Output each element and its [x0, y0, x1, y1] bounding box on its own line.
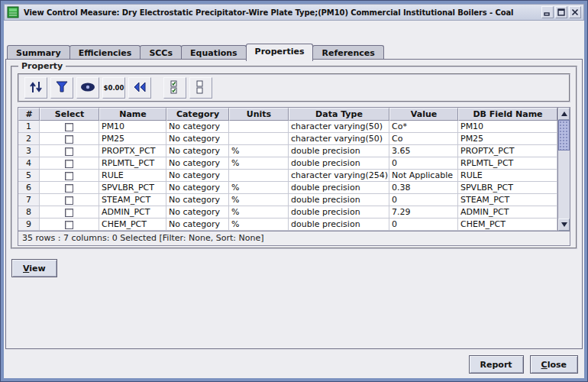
- row-checkbox[interactable]: [65, 184, 73, 193]
- column-header-name[interactable]: Name: [99, 108, 166, 121]
- table-row[interactable]: 6 SPVLBR_PCT No category % double precis…: [18, 182, 557, 194]
- iconify-button[interactable]: [541, 6, 554, 18]
- row-number-cell: 6: [18, 182, 40, 194]
- category-cell: No category: [166, 194, 229, 206]
- column-header-units[interactable]: Units: [229, 108, 289, 121]
- table-row[interactable]: 4 RPLMTL_PCT No category % double precis…: [18, 157, 557, 170]
- tab-efficiencies[interactable]: Efficiencies: [69, 45, 141, 60]
- units-cell: %: [229, 145, 289, 157]
- category-cell: No category: [166, 157, 229, 170]
- row-checkbox[interactable]: [65, 196, 73, 205]
- column-header-select[interactable]: Select: [40, 108, 99, 121]
- value-cell: 0: [389, 157, 458, 170]
- table-row[interactable]: 8 ADMIN_PCT No category % double precisi…: [18, 206, 557, 219]
- table-row[interactable]: 5 RULE No category character varying(254…: [18, 170, 557, 182]
- table-row[interactable]: 3 PROPTX_PCT No category % double precis…: [18, 145, 557, 157]
- scroll-down-button[interactable]: [558, 219, 570, 231]
- format-button[interactable]: $0.00: [102, 77, 125, 99]
- maximize-button[interactable]: [555, 6, 567, 18]
- tab-properties[interactable]: Properties: [246, 44, 314, 61]
- row-number-cell: 3: [18, 145, 40, 157]
- table-row[interactable]: 7 STEAM_PCT No category % double precisi…: [18, 194, 557, 206]
- close-button[interactable]: Close: [530, 355, 578, 374]
- row-checkbox[interactable]: [65, 147, 73, 156]
- column-header-data-type[interactable]: Data Type: [289, 108, 389, 121]
- select-cell[interactable]: [40, 157, 99, 170]
- value-cell: Co*: [389, 121, 458, 133]
- tab-summary[interactable]: Summary: [7, 45, 70, 60]
- control-measure-window: View Control Measure: Dry Electrostatic …: [0, 0, 588, 382]
- units-cell: %: [229, 182, 289, 194]
- units-cell: %: [229, 219, 289, 231]
- category-cell: No category: [166, 133, 229, 145]
- row-checkbox[interactable]: [65, 123, 73, 131]
- select-cell[interactable]: [40, 206, 99, 219]
- eye-icon: [80, 82, 95, 95]
- select-cell[interactable]: [40, 219, 99, 231]
- show-columns-button[interactable]: [76, 77, 99, 99]
- data-type-cell: double precision: [289, 194, 389, 206]
- select-cell[interactable]: [40, 121, 99, 133]
- units-cell: %: [229, 157, 289, 170]
- value-cell: Not Applicable: [389, 170, 458, 182]
- row-number-cell: 8: [18, 206, 40, 219]
- row-number-cell: 5: [18, 170, 40, 182]
- select-cell[interactable]: [40, 133, 99, 145]
- value-cell: 0: [389, 219, 458, 231]
- category-cell: No category: [166, 121, 229, 133]
- tab-bar: Summary Efficiencies SCCs Equations Prop…: [7, 44, 383, 60]
- close-window-button[interactable]: [569, 6, 581, 18]
- tab-equations[interactable]: Equations: [181, 45, 247, 60]
- value-cell: Co: [389, 133, 458, 145]
- property-group-label: Property: [18, 61, 66, 71]
- filter-button[interactable]: [50, 77, 73, 99]
- db-field-cell: PROPTX_PCT: [458, 145, 557, 157]
- view-button[interactable]: View: [11, 259, 57, 277]
- data-type-cell: character varying(50): [289, 121, 389, 133]
- name-cell: RULE: [99, 170, 166, 182]
- scrollbar-thumb[interactable]: [558, 120, 570, 151]
- tab-references[interactable]: References: [312, 45, 383, 60]
- name-cell: PROPTX_PCT: [99, 145, 166, 157]
- row-checkbox[interactable]: [65, 209, 73, 217]
- report-button[interactable]: Report: [469, 355, 524, 374]
- column-header-category[interactable]: Category: [166, 108, 229, 121]
- clear-all-button[interactable]: [189, 77, 212, 99]
- row-checkbox[interactable]: [65, 160, 73, 168]
- units-cell: %: [229, 194, 289, 206]
- row-number-cell: 7: [18, 194, 40, 206]
- window-icon: [7, 6, 19, 18]
- vertical-scrollbar[interactable]: [557, 108, 570, 231]
- db-field-cell: RPLMTL_PCT: [458, 157, 557, 170]
- select-cell[interactable]: [40, 170, 99, 182]
- select-all-icon: [170, 79, 180, 97]
- reset-button[interactable]: [128, 77, 151, 99]
- name-cell: STEAM_PCT: [99, 194, 166, 206]
- column-header-db-field-name[interactable]: DB Field Name: [458, 108, 557, 121]
- table-row[interactable]: 9 CHEM_PCT No category % double precisio…: [18, 219, 557, 231]
- column-header-value[interactable]: Value: [389, 108, 458, 121]
- scroll-up-button[interactable]: [558, 108, 570, 120]
- property-table-body: 1 PM10 No category character varying(50)…: [18, 121, 557, 231]
- category-cell: No category: [166, 170, 229, 182]
- table-row[interactable]: 1 PM10 No category character varying(50)…: [18, 121, 557, 133]
- table-row[interactable]: 2 PM25 No category character varying(50)…: [18, 133, 557, 145]
- row-checkbox[interactable]: [65, 172, 73, 180]
- select-cell[interactable]: [40, 145, 99, 157]
- name-cell: SPVLBR_PCT: [99, 182, 166, 194]
- bottom-buttons: Report Close: [469, 355, 578, 374]
- tab-sccs[interactable]: SCCs: [140, 45, 182, 60]
- row-number-cell: 2: [18, 133, 40, 145]
- select-cell[interactable]: [40, 182, 99, 194]
- units-cell: %: [229, 206, 289, 219]
- column-header-num[interactable]: #: [18, 108, 40, 121]
- row-checkbox[interactable]: [65, 221, 73, 229]
- sort-button[interactable]: [24, 77, 47, 99]
- window-title: View Control Measure: Dry Electrostatic …: [22, 8, 538, 17]
- properties-tab-content: Property: [5, 59, 583, 349]
- select-cell[interactable]: [40, 194, 99, 206]
- titlebar[interactable]: View Control Measure: Dry Electrostatic …: [4, 4, 584, 21]
- row-checkbox[interactable]: [65, 135, 73, 144]
- select-all-button[interactable]: [163, 77, 186, 99]
- units-cell: [229, 121, 289, 133]
